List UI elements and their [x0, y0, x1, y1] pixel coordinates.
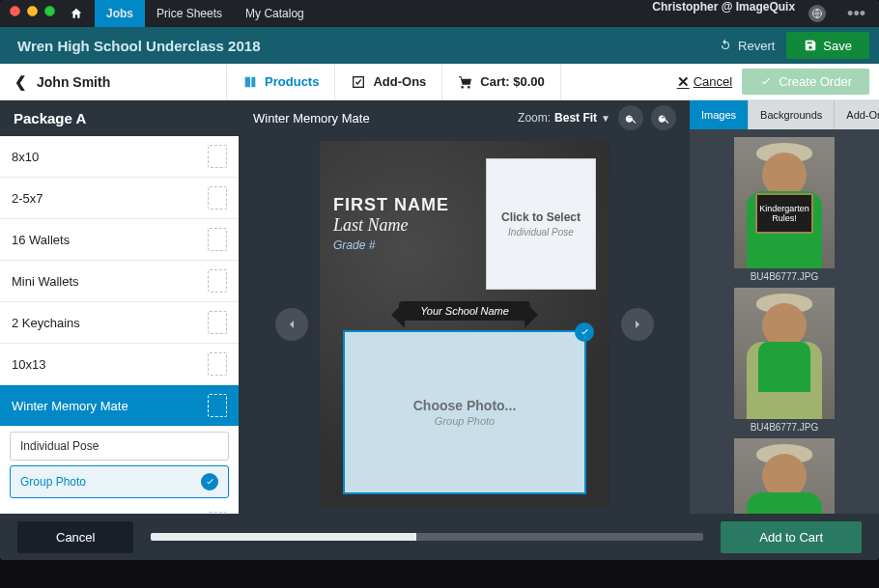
expand-window-icon[interactable] — [44, 6, 55, 16]
revert-button[interactable]: Revert — [707, 27, 786, 64]
job-title: Wren High School Underclass 2018 — [17, 38, 707, 54]
package-item-label: 8x10 — [12, 150, 39, 164]
package-slot-icon — [208, 311, 227, 334]
macos-window-controls — [10, 6, 55, 16]
top-nav: Jobs Price Sheets My Catalog Christopher… — [0, 0, 879, 27]
package-item-label: Mini Wallets — [12, 274, 79, 289]
add-to-cart-button[interactable]: Add to Cart — [721, 521, 862, 553]
app-window: Jobs Price Sheets My Catalog Christopher… — [0, 0, 879, 560]
products-icon — [242, 74, 258, 90]
package-item[interactable]: Mouse Pad — [0, 503, 239, 514]
thumbnail-image — [734, 288, 835, 419]
cancel-label: Cancel — [694, 74, 732, 89]
zoom-in-button[interactable] — [651, 105, 676, 130]
product-canvas: FIRST NAME Last Name Grade # Click to Se… — [320, 141, 610, 508]
package-item[interactable]: 2 Keychains — [0, 302, 239, 344]
thumbnail[interactable]: BU4B6777.JPG — [734, 288, 835, 433]
thumbnail[interactable]: KindergartenRules!BU4B6777.JPG — [734, 137, 835, 282]
nav-jobs[interactable]: Jobs — [95, 0, 145, 27]
package-slot-icon — [208, 394, 227, 417]
subject-name: John Smith — [31, 74, 110, 90]
globe-icon[interactable] — [808, 5, 826, 22]
revert-icon — [719, 39, 732, 52]
zoom-label: Zoom: — [518, 111, 551, 125]
nav-my-catalog[interactable]: My Catalog — [234, 0, 316, 27]
individual-pose-slot[interactable]: Click to Select Individual Pose — [486, 158, 596, 290]
slot-subtitle: Individual Pose — [508, 227, 574, 238]
save-label: Save — [823, 39, 852, 53]
package-sublist: Individual PoseGroup Photo — [0, 432, 239, 498]
thumbnail-image — [734, 438, 835, 514]
zoom-out-button[interactable] — [618, 105, 643, 130]
last-name-text: Last Name — [333, 215, 449, 236]
slot-title: Choose Photo... — [413, 398, 517, 413]
preview-product-name: Winter Memory Mate — [253, 111, 518, 126]
save-button[interactable]: Save — [786, 32, 869, 59]
revert-label: Revert — [738, 39, 775, 53]
package-item-label: Winter Memory Mate — [12, 399, 128, 413]
more-menu-icon[interactable]: ••• — [834, 0, 879, 27]
slot-subtitle: Group Photo — [435, 415, 495, 427]
thumbnail-list: KindergartenRules!BU4B6777.JPGBU4B6777.J… — [690, 129, 879, 514]
zoom-value: Best Fit — [554, 111, 597, 125]
package-subslot[interactable]: Group Photo — [10, 465, 229, 498]
package-item[interactable]: 16 Wallets — [0, 219, 239, 261]
tab-cart[interactable]: Cart: $0.00 — [441, 64, 560, 100]
title-bar: Wren High School Underclass 2018 Revert … — [0, 27, 879, 64]
close-icon: ✕ — [677, 73, 690, 91]
asset-tab[interactable]: Add-Ons — [834, 100, 879, 129]
tab-addons[interactable]: Add-Ons — [334, 64, 441, 100]
package-item-label: 2 Keychains — [12, 316, 80, 330]
package-slot-icon — [208, 228, 227, 251]
zoom-control[interactable]: Zoom: Best Fit ▼ — [518, 111, 610, 125]
chalk-text: FIRST NAME Last Name Grade # — [333, 195, 449, 252]
prev-product-button[interactable] — [275, 308, 308, 341]
minimize-window-icon[interactable] — [27, 6, 38, 16]
package-item[interactable]: Winter Memory Mate — [0, 385, 239, 427]
cart-label: Cart: $0.00 — [480, 74, 544, 89]
package-item[interactable]: Mini Wallets — [0, 261, 239, 302]
products-label: Products — [265, 74, 319, 89]
thumbnail-image: KindergartenRules! — [734, 137, 835, 268]
bottom-bar: Cancel Add to Cart — [0, 514, 879, 560]
progress-bar — [151, 533, 703, 541]
check-icon — [759, 75, 773, 89]
group-photo-slot[interactable]: Choose Photo... Group Photo — [343, 330, 586, 494]
create-order-label: Create Order — [779, 74, 852, 89]
cart-icon — [458, 74, 473, 90]
main-area: Package A 8x102-5x716 WalletsMini Wallet… — [0, 100, 879, 514]
subslot-label: Group Photo — [20, 475, 86, 489]
back-button[interactable]: ❮ — [10, 73, 31, 91]
thumbnail[interactable] — [734, 438, 835, 514]
close-window-icon[interactable] — [10, 6, 20, 16]
sign-text: KindergartenRules! — [755, 193, 813, 234]
tab-products[interactable]: Products — [226, 64, 334, 100]
preview-header: Winter Memory Mate Zoom: Best Fit ▼ — [240, 100, 690, 135]
package-list: 8x102-5x716 WalletsMini Wallets2 Keychai… — [0, 136, 239, 514]
package-item[interactable]: 8x10 — [0, 136, 239, 178]
thumbnail-caption: BU4B6777.JPG — [734, 271, 835, 282]
asset-tab[interactable]: Backgrounds — [748, 100, 834, 129]
nav-price-sheets[interactable]: Price Sheets — [145, 0, 234, 27]
package-item-label: 10x13 — [12, 357, 45, 372]
slot-selected-icon — [575, 322, 594, 342]
package-subslot[interactable]: Individual Pose — [10, 432, 229, 461]
home-button[interactable] — [58, 0, 95, 27]
first-name-text: FIRST NAME — [333, 195, 449, 215]
package-header: Package A — [0, 100, 239, 136]
package-panel: Package A 8x102-5x716 WalletsMini Wallet… — [0, 100, 240, 514]
next-product-button[interactable] — [621, 308, 654, 341]
chevron-down-icon: ▼ — [601, 113, 610, 124]
package-slot-icon — [208, 269, 227, 293]
package-item[interactable]: 10x13 — [0, 344, 239, 385]
cancel-order-button[interactable]: ✕ Cancel — [677, 73, 732, 91]
cancel-button[interactable]: Cancel — [17, 521, 133, 553]
save-icon — [804, 39, 817, 52]
create-order-button[interactable]: Create Order — [742, 69, 869, 95]
package-item[interactable]: 2-5x7 — [0, 178, 239, 219]
home-icon — [70, 7, 83, 20]
school-banner-text: Your School Name — [399, 301, 530, 321]
package-slot-icon — [208, 145, 227, 168]
asset-tab[interactable]: Images — [690, 100, 748, 129]
package-slot-icon — [208, 352, 227, 376]
